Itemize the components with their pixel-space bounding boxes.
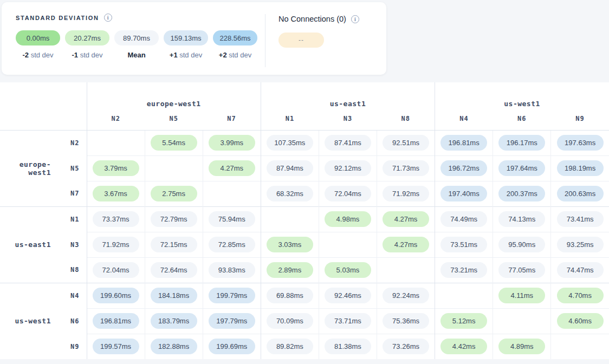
latency-pill[interactable]: 4.27ms (383, 211, 429, 227)
latency-pill[interactable]: 92.46ms (325, 288, 371, 303)
latency-pill[interactable]: 2.89ms (267, 262, 313, 278)
latency-pill[interactable]: 73.21ms (440, 262, 487, 278)
latency-pill[interactable]: 197.79ms (209, 313, 255, 329)
latency-pill[interactable]: 197.40ms (440, 186, 487, 202)
latency-pill[interactable]: 75.36ms (383, 313, 429, 329)
latency-cell: 197.64ms (493, 155, 551, 181)
latency-pill[interactable]: 5.54ms (151, 135, 197, 151)
latency-pill[interactable]: 199.60ms (93, 288, 139, 303)
latency-pill[interactable]: 68.32ms (267, 186, 313, 202)
latency-pill[interactable]: 4.60ms (557, 313, 604, 329)
latency-pill[interactable]: 3.99ms (209, 135, 255, 151)
latency-cell: 72.04ms (87, 257, 145, 283)
latency-pill[interactable]: 92.24ms (383, 288, 429, 303)
latency-cell: 197.63ms (551, 130, 609, 155)
latency-cell (203, 181, 261, 206)
latency-pill[interactable]: 4.98ms (325, 211, 371, 227)
latency-pill[interactable]: 197.64ms (498, 160, 545, 176)
latency-pill[interactable]: 199.79ms (209, 288, 255, 303)
latency-pill[interactable]: 71.73ms (383, 160, 429, 176)
latency-pill[interactable]: 71.92ms (383, 186, 429, 202)
latency-pill[interactable]: 4.27ms (383, 237, 429, 252)
matrix-row-N3: N371.92ms72.15ms72.85ms3.03ms4.27ms73.51… (0, 232, 609, 257)
latency-cell: 74.49ms (435, 206, 493, 232)
latency-pill[interactable]: 2.75ms (151, 186, 197, 202)
latency-cell: 72.79ms (145, 206, 203, 232)
latency-pill[interactable]: 4.89ms (498, 339, 545, 354)
latency-pill[interactable]: 74.49ms (440, 211, 487, 227)
latency-pill[interactable]: 77.05ms (498, 262, 545, 278)
latency-pill[interactable]: 72.04ms (93, 262, 139, 278)
latency-pill[interactable]: 95.90ms (498, 237, 545, 252)
latency-pill[interactable]: 4.42ms (440, 339, 487, 354)
latency-pill[interactable]: 5.03ms (325, 262, 371, 278)
latency-pill[interactable]: 93.83ms (209, 262, 255, 278)
latency-pill[interactable]: 199.69ms (209, 339, 255, 354)
latency-pill[interactable]: 3.67ms (93, 186, 139, 202)
latency-pill[interactable]: 4.11ms (498, 288, 545, 303)
legend-step-pill: 228.56ms (213, 30, 257, 46)
latency-pill[interactable]: 74.13ms (498, 211, 545, 227)
latency-pill[interactable]: 69.88ms (267, 288, 313, 303)
latency-pill[interactable]: 92.12ms (325, 160, 371, 176)
legend-step-label: Mean (127, 51, 145, 59)
latency-pill[interactable]: 72.79ms (151, 211, 197, 227)
row-node-N6: N6 (60, 308, 87, 334)
legend-step-pill: 159.13ms (164, 30, 208, 46)
latency-pill[interactable]: 183.79ms (151, 313, 197, 329)
latency-pill[interactable]: 200.63ms (557, 186, 604, 202)
latency-cell: 4.27ms (377, 232, 435, 257)
latency-pill[interactable]: 196.17ms (498, 135, 545, 151)
latency-cell: 71.92ms (377, 181, 435, 206)
latency-pill[interactable]: 93.25ms (557, 237, 604, 252)
latency-cell: 199.57ms (87, 334, 145, 359)
latency-pill[interactable]: 73.41ms (557, 211, 604, 227)
latency-pill[interactable]: 197.63ms (557, 135, 604, 151)
latency-pill[interactable]: 199.57ms (93, 339, 139, 354)
latency-pill[interactable]: 196.81ms (93, 313, 139, 329)
latency-pill[interactable]: 196.81ms (440, 135, 487, 151)
latency-pill[interactable]: 73.37ms (93, 211, 139, 227)
latency-cell: 4.89ms (493, 334, 551, 359)
legend-step-pill: 0.00ms (16, 30, 60, 46)
latency-pill[interactable]: 3.03ms (267, 237, 313, 252)
latency-cell: 4.42ms (435, 334, 493, 359)
latency-pill[interactable]: 81.38ms (325, 339, 371, 354)
latency-pill[interactable]: 73.71ms (325, 313, 371, 329)
latency-pill[interactable]: 107.35ms (267, 135, 313, 151)
latency-pill[interactable]: 75.94ms (209, 211, 255, 227)
latency-matrix: europe-west1us-east1us-west1N2N5N7N1N3N8… (0, 82, 609, 359)
row-node-N5: N5 (60, 155, 87, 181)
latency-pill[interactable]: 4.27ms (209, 160, 255, 176)
latency-pill[interactable]: 72.85ms (209, 237, 255, 252)
latency-pill[interactable]: 70.09ms (267, 313, 313, 329)
matrix-row-N2: europe-west1N25.54ms3.99ms107.35ms87.41m… (0, 130, 609, 155)
latency-pill[interactable]: 72.64ms (151, 262, 197, 278)
latency-pill[interactable]: 87.94ms (267, 160, 313, 176)
latency-pill[interactable]: 72.04ms (325, 186, 371, 202)
latency-pill[interactable]: 72.15ms (151, 237, 197, 252)
latency-pill[interactable]: 196.72ms (440, 160, 487, 176)
latency-pill[interactable]: 3.79ms (93, 160, 139, 176)
latency-pill[interactable]: 73.51ms (440, 237, 487, 252)
latency-pill[interactable]: 198.19ms (557, 160, 604, 176)
latency-pill[interactable]: 73.26ms (383, 339, 429, 354)
latency-pill[interactable]: 200.37ms (498, 186, 545, 202)
latency-cell: 93.83ms (203, 257, 261, 283)
latency-pill[interactable]: 87.41ms (325, 135, 371, 151)
latency-cell (435, 283, 493, 308)
legend-step-label: +1 std dev (170, 51, 202, 59)
latency-cell: 77.05ms (493, 257, 551, 283)
stddev-steps: 0.00ms-2 std dev20.27ms-1 std dev89.70ms… (16, 30, 261, 59)
latency-pill[interactable]: 182.88ms (151, 339, 197, 354)
latency-pill[interactable]: 4.70ms (557, 288, 604, 303)
latency-pill[interactable]: 184.18ms (151, 288, 197, 303)
latency-pill[interactable]: 5.12ms (440, 313, 487, 329)
no-connections-info-icon[interactable]: i (351, 15, 359, 23)
latency-pill[interactable]: 71.92ms (93, 237, 139, 252)
latency-pill[interactable]: 74.47ms (557, 262, 604, 278)
latency-cell: 71.92ms (87, 232, 145, 257)
latency-pill[interactable]: 89.82ms (267, 339, 313, 354)
stddev-info-icon[interactable]: i (104, 14, 112, 22)
latency-pill[interactable]: 92.51ms (383, 135, 429, 151)
